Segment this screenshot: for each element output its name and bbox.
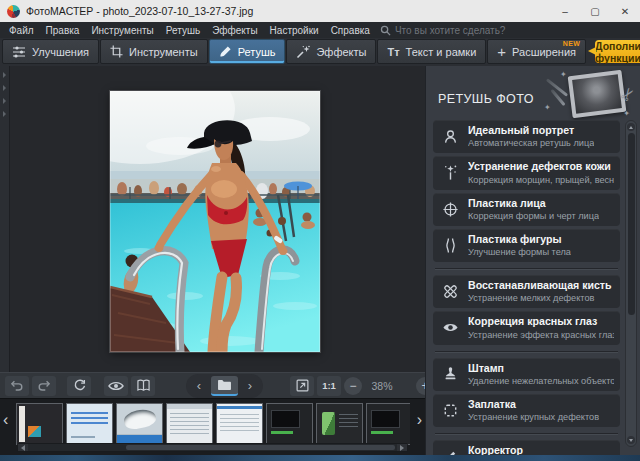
stamp-icon [439, 366, 461, 383]
app-logo-icon [7, 5, 20, 18]
retouch-tool-list: Идеальный портрет Автоматическая ретушь … [433, 120, 620, 455]
filmstrip-thumbnail-7[interactable] [316, 403, 363, 445]
show-original-button[interactable] [104, 376, 128, 396]
magic-wand-icon [296, 45, 310, 59]
red-eye-icon [439, 319, 461, 336]
menu-effects[interactable]: Эффекты [206, 25, 263, 36]
chevron-right-icon [3, 98, 6, 104]
maximize-button[interactable]: ▢ [580, 0, 610, 22]
photomaster-window: ФотоМАСТЕР - photo_2023-07-10_13-27-37.j… [0, 0, 640, 461]
tab-label: Текст и рамки [406, 46, 477, 58]
left-edge-strip [0, 66, 10, 372]
window-controls: – ▢ ✕ [550, 0, 640, 22]
rotate-button[interactable] [67, 376, 91, 396]
tab-label: Ретушь [238, 46, 276, 58]
filmstrip-thumbnail-3[interactable] [116, 403, 163, 445]
tool-title: Восстанавливающая кисть [468, 279, 612, 292]
filmstrip-thumbnail-6[interactable] [266, 403, 313, 445]
filmstrip-thumbnail-1[interactable] [16, 403, 63, 445]
tool-subtitle: Удаление нежелательных объектов [468, 376, 614, 387]
tab-retouch[interactable]: Ретушь [209, 39, 286, 64]
filmstrip-scrollbar[interactable] [17, 443, 408, 452]
tool-skin-defects[interactable]: Устранение дефектов кожи Коррекция морщи… [433, 156, 620, 189]
filmstrip-prev-button[interactable]: ‹ [3, 412, 8, 428]
filmstrip-thumbnail-5[interactable] [216, 403, 263, 445]
quick-search[interactable]: Что вы хотите сделать? [380, 25, 506, 36]
portrait-icon [439, 128, 461, 145]
tool-corrector[interactable]: Корректор Обработка фрагмента изображени… [433, 440, 620, 455]
open-folder-button[interactable] [211, 376, 238, 396]
tab-extensions[interactable]: NEW + Расширения [487, 39, 586, 64]
tool-subtitle: Устранение мелких дефектов [468, 293, 612, 304]
folder-icon [217, 379, 232, 391]
brush-icon [219, 45, 232, 58]
text-icon: Тт [387, 46, 399, 58]
bottom-toolbar: ‹ › 1:1 − 38% + [0, 372, 425, 398]
body-sculpt-icon [439, 237, 461, 254]
tab-label: Инструменты [129, 46, 198, 58]
tabbar: Улучшения Инструменты Ретушь Эффекты Тт … [0, 38, 640, 66]
compare-button[interactable] [131, 376, 155, 396]
rotate-icon [73, 379, 86, 392]
menu-settings[interactable]: Настройки [264, 25, 325, 36]
menu-file[interactable]: Файл [3, 25, 40, 36]
redo-button[interactable] [32, 376, 56, 396]
zoom-out-button[interactable]: − [344, 377, 362, 395]
extra-functions-button[interactable]: Дополнительные функции [595, 40, 640, 63]
close-button[interactable]: ✕ [610, 0, 640, 22]
skin-defects-icon [439, 164, 461, 181]
face-sculpt-icon [439, 201, 461, 218]
undo-icon [9, 380, 25, 392]
scroll-down-arrow[interactable] [627, 436, 635, 444]
filmstrip-thumbnail-2[interactable] [66, 403, 113, 445]
menu-retouch[interactable]: Ретушь [160, 25, 206, 36]
panel-title: РЕТУШЬ ФОТО [438, 92, 534, 106]
menu-edit[interactable]: Правка [40, 25, 86, 36]
filmstrip-thumbnail-8[interactable] [366, 403, 410, 445]
scroll-right-arrow[interactable] [397, 444, 407, 451]
tab-text-frames[interactable]: Тт Текст и рамки [377, 39, 486, 64]
sparkle-icon: ✦ [544, 103, 551, 112]
tool-subtitle: Улучшение формы тела [468, 247, 571, 258]
scrollbar-thumb[interactable] [126, 445, 395, 450]
tool-stamp[interactable]: Штамп Удаление нежелательных объектов [433, 358, 620, 391]
scroll-left-arrow[interactable] [18, 444, 28, 451]
fit-screen-button[interactable] [290, 376, 314, 396]
zoom-level: 38% [365, 380, 399, 392]
actual-size-button[interactable]: 1:1 [317, 376, 341, 396]
editor-canvas [0, 66, 425, 372]
tool-face-plastic[interactable]: Пластика лица Коррекция формы и черт лиц… [433, 193, 620, 226]
tool-title: Корректор [468, 444, 614, 455]
filmstrip-thumbnail-4[interactable] [166, 403, 213, 445]
tool-patch[interactable]: Заплатка Устранение крупных дефектов [433, 394, 620, 427]
scrollbar-thumb[interactable] [628, 133, 635, 315]
prev-photo-button[interactable]: ‹ [190, 377, 208, 395]
tool-subtitle: Устранение эффекта красных глаз [468, 330, 614, 341]
tool-red-eye[interactable]: Коррекция красных глаз Устранение эффект… [433, 311, 620, 344]
tool-body-plastic[interactable]: Пластика фигуры Улучшение формы тела [433, 229, 620, 262]
tool-title: Идеальный портрет [468, 124, 594, 137]
tab-instruments[interactable]: Инструменты [100, 39, 208, 64]
desktop-background [0, 455, 640, 461]
tab-effects[interactable]: Эффекты [286, 39, 376, 64]
sliders-icon [12, 46, 26, 58]
sparkle-icon: ✦ [623, 109, 630, 118]
scroll-up-arrow[interactable] [627, 123, 635, 131]
undo-button[interactable] [5, 376, 29, 396]
tab-improvements[interactable]: Улучшения [2, 39, 99, 64]
group-divider [435, 351, 618, 352]
tool-ideal-portrait[interactable]: Идеальный портрет Автоматическая ретушь … [433, 120, 620, 153]
tool-title: Устранение дефектов кожи [468, 160, 614, 173]
healing-brush-icon [439, 283, 461, 300]
filmstrip-next-button[interactable]: › [417, 412, 422, 428]
tool-healing-brush[interactable]: Восстанавливающая кисть Устранение мелки… [433, 275, 620, 308]
menu-tools[interactable]: Инструменты [85, 25, 159, 36]
window-title: ФотоМАСТЕР - photo_2023-07-10_13-27-37.j… [26, 5, 253, 17]
next-photo-button[interactable]: › [241, 377, 259, 395]
menu-help[interactable]: Справка [325, 25, 376, 36]
minimize-button[interactable]: – [550, 0, 580, 22]
before-after-icon [136, 379, 151, 392]
chevron-right-icon [3, 111, 6, 117]
panel-scrollbar[interactable] [625, 120, 637, 447]
editor-column: ‹ › 1:1 − 38% + ‹ [0, 66, 425, 455]
